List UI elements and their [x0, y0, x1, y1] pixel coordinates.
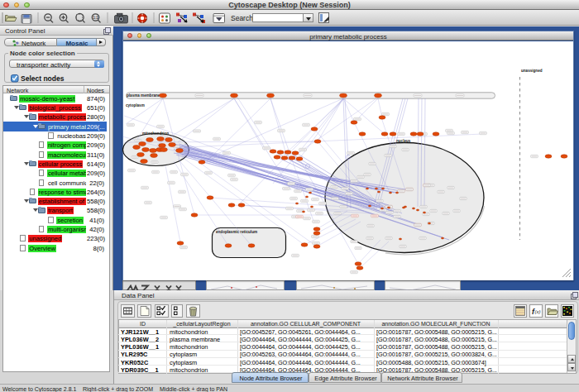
- svg-text:endoplasmic reticulum: endoplasmic reticulum: [216, 230, 257, 234]
- svg-text:mitochondrion: mitochondrion: [142, 131, 169, 136]
- svg-text:cytoplasm: cytoplasm: [126, 103, 145, 108]
- svg-text:1:1: 1:1: [93, 16, 98, 20]
- svg-text:nucleus: nucleus: [396, 139, 411, 143]
- svg-text:(x): (x): [535, 309, 541, 314]
- svg-text:unassigned: unassigned: [521, 69, 543, 73]
- svg-text:plasma membrane: plasma membrane: [127, 93, 160, 98]
